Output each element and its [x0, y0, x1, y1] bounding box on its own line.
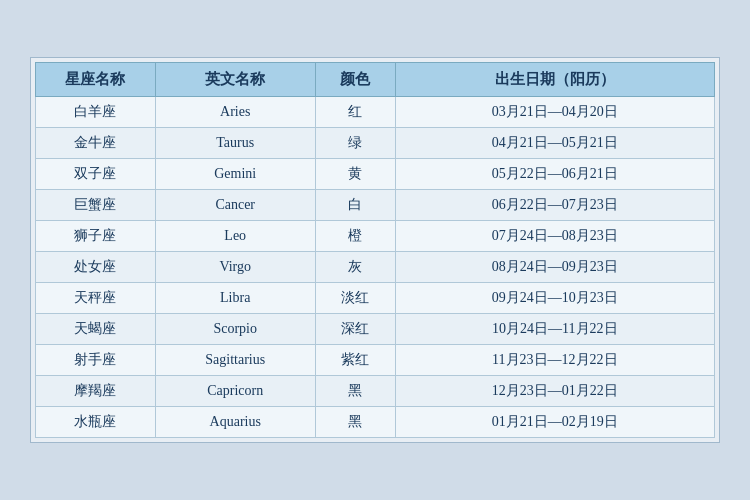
- cell-english: Cancer: [155, 190, 315, 221]
- cell-english: Sagittarius: [155, 345, 315, 376]
- cell-chinese: 天秤座: [36, 283, 156, 314]
- cell-chinese: 射手座: [36, 345, 156, 376]
- cell-date: 11月23日—12月22日: [395, 345, 714, 376]
- cell-chinese: 双子座: [36, 159, 156, 190]
- cell-color: 橙: [315, 221, 395, 252]
- cell-color: 黄: [315, 159, 395, 190]
- cell-color: 绿: [315, 128, 395, 159]
- cell-date: 05月22日—06月21日: [395, 159, 714, 190]
- table-row: 处女座Virgo灰08月24日—09月23日: [36, 252, 715, 283]
- cell-date: 08月24日—09月23日: [395, 252, 714, 283]
- table-row: 天秤座Libra淡红09月24日—10月23日: [36, 283, 715, 314]
- table-row: 射手座Sagittarius紫红11月23日—12月22日: [36, 345, 715, 376]
- table-header-row: 星座名称 英文名称 颜色 出生日期（阳历）: [36, 63, 715, 97]
- cell-color: 白: [315, 190, 395, 221]
- cell-color: 红: [315, 97, 395, 128]
- cell-color: 黑: [315, 376, 395, 407]
- cell-date: 04月21日—05月21日: [395, 128, 714, 159]
- cell-english: Scorpio: [155, 314, 315, 345]
- cell-english: Virgo: [155, 252, 315, 283]
- header-date: 出生日期（阳历）: [395, 63, 714, 97]
- cell-english: Leo: [155, 221, 315, 252]
- cell-chinese: 狮子座: [36, 221, 156, 252]
- table-row: 金牛座Taurus绿04月21日—05月21日: [36, 128, 715, 159]
- zodiac-table: 星座名称 英文名称 颜色 出生日期（阳历） 白羊座Aries红03月21日—04…: [35, 62, 715, 438]
- cell-chinese: 摩羯座: [36, 376, 156, 407]
- table-row: 水瓶座Aquarius黑01月21日—02月19日: [36, 407, 715, 438]
- cell-english: Aries: [155, 97, 315, 128]
- table-row: 双子座Gemini黄05月22日—06月21日: [36, 159, 715, 190]
- cell-color: 灰: [315, 252, 395, 283]
- header-color: 颜色: [315, 63, 395, 97]
- cell-chinese: 巨蟹座: [36, 190, 156, 221]
- table-row: 白羊座Aries红03月21日—04月20日: [36, 97, 715, 128]
- cell-english: Capricorn: [155, 376, 315, 407]
- zodiac-table-container: 星座名称 英文名称 颜色 出生日期（阳历） 白羊座Aries红03月21日—04…: [30, 57, 720, 443]
- cell-chinese: 金牛座: [36, 128, 156, 159]
- cell-date: 06月22日—07月23日: [395, 190, 714, 221]
- cell-chinese: 处女座: [36, 252, 156, 283]
- table-row: 巨蟹座Cancer白06月22日—07月23日: [36, 190, 715, 221]
- cell-color: 深红: [315, 314, 395, 345]
- cell-color: 紫红: [315, 345, 395, 376]
- cell-date: 09月24日—10月23日: [395, 283, 714, 314]
- cell-chinese: 水瓶座: [36, 407, 156, 438]
- cell-color: 黑: [315, 407, 395, 438]
- cell-chinese: 白羊座: [36, 97, 156, 128]
- cell-english: Gemini: [155, 159, 315, 190]
- cell-english: Libra: [155, 283, 315, 314]
- cell-color: 淡红: [315, 283, 395, 314]
- cell-chinese: 天蝎座: [36, 314, 156, 345]
- cell-date: 03月21日—04月20日: [395, 97, 714, 128]
- cell-english: Taurus: [155, 128, 315, 159]
- table-row: 狮子座Leo橙07月24日—08月23日: [36, 221, 715, 252]
- header-chinese: 星座名称: [36, 63, 156, 97]
- cell-date: 12月23日—01月22日: [395, 376, 714, 407]
- header-english: 英文名称: [155, 63, 315, 97]
- table-row: 摩羯座Capricorn黑12月23日—01月22日: [36, 376, 715, 407]
- cell-date: 10月24日—11月22日: [395, 314, 714, 345]
- table-row: 天蝎座Scorpio深红10月24日—11月22日: [36, 314, 715, 345]
- cell-english: Aquarius: [155, 407, 315, 438]
- cell-date: 01月21日—02月19日: [395, 407, 714, 438]
- cell-date: 07月24日—08月23日: [395, 221, 714, 252]
